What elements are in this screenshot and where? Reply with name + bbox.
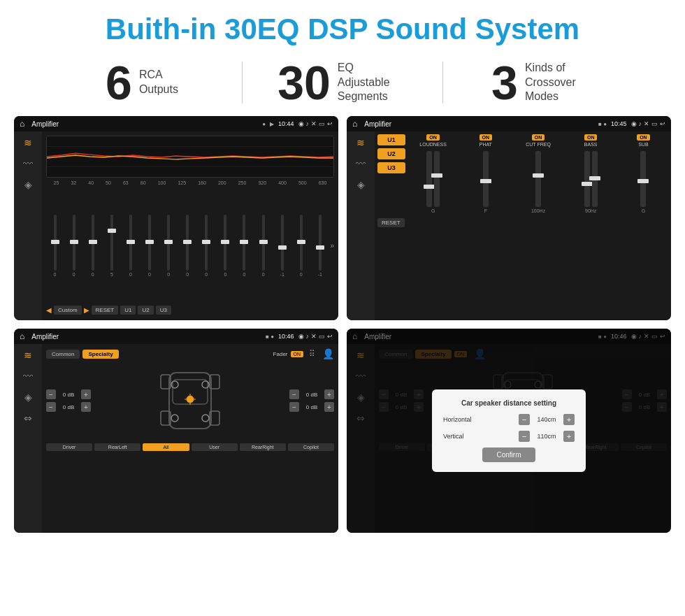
slider-track-11[interactable]: [243, 215, 245, 271]
bass-on-badge[interactable]: ON: [584, 134, 598, 141]
eq-u1-btn[interactable]: U1: [120, 306, 136, 315]
slider-thumb-1[interactable]: [51, 240, 59, 244]
cutfreq-thumb[interactable]: [533, 173, 544, 178]
eq-sidebar-wave[interactable]: 〰: [23, 158, 33, 169]
slider-thumb-4[interactable]: [108, 229, 116, 233]
cutfreq-val: 100Hz: [531, 208, 545, 213]
u1-preset-btn[interactable]: U1: [377, 134, 405, 145]
bass-thumb-2[interactable]: [589, 176, 600, 180]
slider-track-2[interactable]: [73, 215, 75, 271]
crossover-reset-btn[interactable]: RESET: [377, 218, 405, 227]
left-vol-minus-1[interactable]: −: [46, 389, 56, 399]
slider-track-15[interactable]: [319, 215, 322, 271]
slider-thumb-9[interactable]: [202, 240, 210, 244]
slider-thumb-3[interactable]: [89, 240, 97, 244]
fader-on-badge[interactable]: ON: [291, 351, 304, 357]
slider-track-4[interactable]: [110, 215, 113, 271]
slider-thumb-11[interactable]: [240, 240, 248, 244]
eq-reset-btn[interactable]: RESET: [92, 306, 119, 315]
sub-on-badge[interactable]: ON: [637, 134, 650, 141]
confirm-button[interactable]: Confirm: [482, 447, 535, 462]
cutfreq-on-badge[interactable]: ON: [532, 134, 545, 141]
slider-track-8[interactable]: [186, 215, 189, 271]
all-btn[interactable]: All: [143, 443, 189, 451]
speaker-sidebar-eq[interactable]: ≋: [24, 350, 32, 361]
slider-track-5[interactable]: [129, 215, 132, 271]
slider-thumb-14[interactable]: [297, 240, 305, 244]
slider-track-13[interactable]: [281, 215, 284, 271]
slider-thumb-12[interactable]: [259, 240, 268, 244]
eq-next-arrow[interactable]: ▶: [84, 306, 89, 314]
eq-sidebar-equalizer[interactable]: ≋: [24, 137, 32, 148]
back-icon[interactable]: ↩: [327, 120, 333, 127]
sub-fader[interactable]: [640, 151, 646, 207]
loudness-fader-1[interactable]: [426, 151, 432, 207]
user-btn[interactable]: User: [192, 443, 238, 451]
slider-track-3[interactable]: [92, 215, 94, 271]
preset-col: U1 U2 U3: [377, 134, 405, 173]
copilot-btn[interactable]: Copilot: [288, 443, 334, 451]
crossover-sidebar-speaker[interactable]: ◈: [357, 179, 365, 190]
eq-sidebar-speaker[interactable]: ◈: [24, 179, 32, 190]
loudness-on-badge[interactable]: ON: [426, 134, 440, 141]
speaker-back-icon[interactable]: ↩: [327, 333, 333, 340]
speaker-sidebar-sp[interactable]: ◈: [24, 392, 32, 403]
left-vol-plus-2[interactable]: +: [81, 402, 91, 412]
rearleft-btn[interactable]: RearLeft: [94, 443, 140, 451]
left-vol-plus-1[interactable]: +: [81, 389, 91, 399]
phat-thumb[interactable]: [480, 179, 491, 183]
slider-track-9[interactable]: [205, 215, 208, 271]
right-vol-plus-1[interactable]: +: [324, 389, 334, 399]
slider-track-14[interactable]: [300, 215, 303, 271]
slider-track-7[interactable]: [167, 215, 170, 271]
left-vol-minus-2[interactable]: −: [46, 402, 56, 412]
slider-track-12[interactable]: [262, 215, 265, 271]
driver-btn[interactable]: Driver: [46, 443, 92, 451]
slider-track-1[interactable]: [54, 215, 57, 271]
phat-fader[interactable]: [483, 151, 489, 207]
eq-u3-btn[interactable]: U3: [156, 306, 171, 315]
rearright-btn[interactable]: RearRight: [240, 443, 286, 451]
loudness-fader-2[interactable]: [434, 151, 440, 207]
tab-common[interactable]: Common: [46, 350, 80, 359]
speaker-home-icon[interactable]: ⌂: [20, 331, 24, 341]
eq-prev-arrow[interactable]: ◀: [46, 306, 52, 314]
slider-thumb-13[interactable]: [278, 245, 287, 250]
cutfreq-fader[interactable]: [535, 151, 541, 207]
phat-on-badge[interactable]: ON: [480, 134, 493, 141]
u2-preset-btn[interactable]: U2: [377, 148, 405, 159]
slider-thumb-15[interactable]: [316, 245, 324, 250]
eq-arrows[interactable]: »: [330, 242, 334, 250]
sub-thumb[interactable]: [637, 179, 649, 183]
horizontal-plus-btn[interactable]: +: [563, 414, 575, 425]
right-vol-minus-2[interactable]: −: [289, 402, 299, 412]
loudness-thumb-1[interactable]: [424, 185, 435, 189]
u3-preset-btn[interactable]: U3: [377, 162, 405, 173]
slider-thumb-5[interactable]: [127, 240, 135, 244]
slider-track-6[interactable]: [148, 215, 151, 271]
vertical-plus-btn[interactable]: +: [563, 431, 575, 442]
eq-u2-btn[interactable]: U2: [138, 306, 153, 315]
crossover-sidebar-wave[interactable]: 〰: [356, 158, 366, 169]
eq-preset-custom[interactable]: Custom: [54, 306, 82, 315]
slider-track-10[interactable]: [224, 215, 226, 271]
tab-specialty[interactable]: Specialty: [82, 350, 118, 359]
crossover-sidebar-eq[interactable]: ≋: [356, 137, 365, 148]
crossover-home-icon[interactable]: ⌂: [352, 119, 357, 129]
slider-thumb-7[interactable]: [164, 240, 173, 244]
slider-thumb-2[interactable]: [70, 240, 78, 244]
slider-thumb-6[interactable]: [145, 240, 154, 244]
home-icon[interactable]: ⌂: [20, 119, 24, 129]
bass-fader-2[interactable]: [592, 151, 598, 207]
bass-thumb-1[interactable]: [582, 182, 593, 186]
speaker-sidebar-wave[interactable]: 〰: [23, 371, 33, 382]
crossover-back-icon[interactable]: ↩: [660, 120, 665, 127]
vertical-minus-btn[interactable]: −: [519, 431, 530, 442]
speaker-sidebar-arrows[interactable]: ⇔: [24, 413, 32, 424]
right-vol-minus-1[interactable]: −: [289, 389, 299, 399]
slider-thumb-10[interactable]: [221, 240, 229, 244]
right-vol-plus-2[interactable]: +: [324, 402, 334, 412]
horizontal-minus-btn[interactable]: −: [519, 414, 530, 425]
loudness-thumb-2[interactable]: [431, 173, 442, 178]
slider-thumb-8[interactable]: [183, 240, 192, 244]
